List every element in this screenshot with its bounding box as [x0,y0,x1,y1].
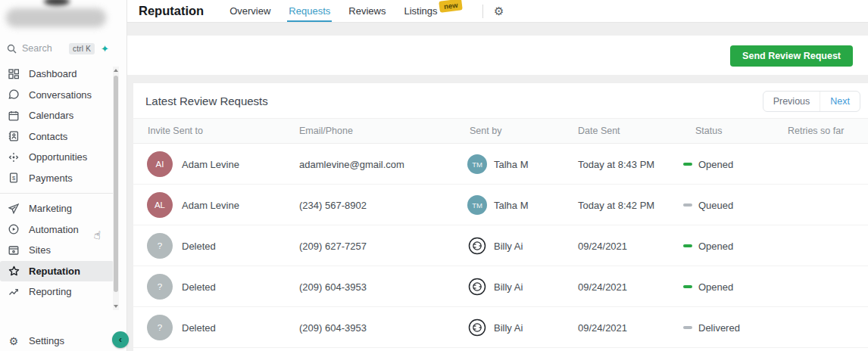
marketing-icon [8,203,20,215]
status-indicator [683,244,692,247]
invite-name: Deleted [182,321,216,333]
sidebar-item-label: Automation [29,224,79,235]
date-sent: Today at 8:42 PM [578,199,654,210]
sidebar-item-label: Conversations [29,89,92,101]
sidebar-item-sites[interactable]: Sites [0,240,114,261]
sidebar-item-label: Calendars [29,110,73,121]
date-sent: Today at 8:43 PM [578,158,654,169]
email-phone: (209) 604-3953 [299,321,367,333]
date-sent: 09/24/2021 [578,240,627,251]
status-indicator [683,326,692,329]
search-input[interactable]: Search ctrl K ✦ [0,39,114,57]
sidebar-divider [0,193,114,194]
scrollbar-thumb[interactable] [114,76,118,292]
table-row[interactable]: ? Deleted (209) 604-3953 Billy Ai 09/24/… [133,307,868,348]
table-row[interactable]: ? Deleted (209) 604-3953 Billy Ai 09/24/… [133,266,868,307]
agency-logo-blur-top [44,0,70,6]
invite-name: Deleted [182,281,216,292]
column-header-sent-by: Sent by [470,126,501,136]
panel-title: Latest Review Requests [145,95,268,107]
column-header-date-sent: Date Sent [578,126,620,136]
sidebar-item-label: Opportunities [29,151,87,163]
sidebar-collapse-button[interactable]: ‹ [112,331,129,348]
conversations-icon [8,89,20,101]
email-phone: (209) 627-7257 [299,240,367,251]
column-header-invite-sent-to: Invite Sent to [148,126,203,136]
sidebar-item-label: Payments [29,172,73,184]
sidebar-item-payments[interactable]: $ Payments [0,168,114,189]
sidebar-item-reporting[interactable]: Reporting [0,281,114,303]
table-header-row: Invite Sent to Email/Phone Sent by Date … [133,119,868,144]
sidebar-item-marketing[interactable]: Marketing [0,198,114,219]
column-header-email-phone: Email/Phone [299,126,353,136]
sidebar-item-conversations[interactable]: Conversations [0,85,114,106]
sender-avatar: TM [467,195,487,215]
actions-toolbar: Send Review Request [127,36,868,75]
sidebar-item-label: Dashboard [29,68,77,79]
sidebar-item-label: Reporting [29,286,71,297]
sidebar-item-label: Reputation [29,266,80,277]
sidebar-scrollbar[interactable] [113,67,119,310]
sidebar-item-opportunities[interactable]: Opportunities [0,147,114,168]
table-row[interactable]: AL Adam Levine (234) 567-8902 TM Talha M… [133,185,868,225]
table-row[interactable]: ? Deleted (209) 627-7257 Billy Ai 09/24/… [133,225,868,266]
settings-gear-icon: ⚙ [8,335,20,347]
payments-icon: $ [8,172,20,184]
sidebar-item-label: Sites [29,244,51,256]
scroll-down-arrow-icon[interactable] [114,305,118,308]
reputation-settings-gear-icon[interactable]: ⚙ [494,5,504,18]
sidebar: Search ctrl K ✦ Dashboard Conversations … [0,0,127,351]
sender-name: Billy Ai [494,321,523,333]
avatar: AL [147,192,173,218]
page-title: Reputation [139,4,204,18]
search-placeholder: Search [22,43,69,54]
invite-name: Deleted [182,240,216,251]
scroll-up-arrow-icon[interactable] [114,69,118,72]
sidebar-item-dashboard[interactable]: Dashboard [0,64,114,85]
tab-overview[interactable]: Overview [220,0,279,22]
dashboard-icon [8,68,20,80]
sidebar-item-label: Contacts [29,131,67,142]
tab-requests[interactable]: Requests [279,0,339,22]
status-indicator [683,203,692,207]
send-review-request-button[interactable]: Send Review Request [730,45,853,67]
agency-logo [6,8,106,27]
sender-avatar: TM [467,154,487,174]
ai-sparkle-icon[interactable]: ✦ [101,43,109,54]
sidebar-item-settings[interactable]: ⚙ Settings [0,331,114,351]
sender-name: Talha M [494,199,529,210]
header-divider [482,5,483,18]
search-icon [7,44,17,54]
next-button[interactable]: Next [820,92,860,111]
page-header: Reputation Overview Requests Reviews Lis… [127,0,868,23]
avatar: ? [147,315,173,340]
billy-ai-plug-icon [468,318,486,337]
sidebar-nav: Dashboard Conversations Calendars Contac… [0,64,114,303]
status-indicator [683,285,692,288]
avatar: AI [147,151,173,177]
sidebar-item-contacts[interactable]: Contacts [0,126,114,148]
status-label: Opened [698,240,733,251]
sidebar-item-calendars[interactable]: Calendars [0,105,114,126]
automation-icon [8,223,20,235]
svg-text:$: $ [12,175,16,182]
table-row[interactable]: AI Adam Levine adamlevine@gmail.com TM T… [133,144,868,185]
previous-button[interactable]: Previous [763,92,820,111]
date-sent: 09/24/2021 [578,321,627,333]
sender-name: Talha M [494,158,529,169]
status-label: Opened [698,281,733,292]
reporting-icon [8,286,20,298]
email-phone: (234) 567-8902 [299,199,367,210]
email-phone: adamlevine@gmail.com [299,158,404,169]
sidebar-item-reputation[interactable]: Reputation [0,261,114,282]
tab-reviews[interactable]: Reviews [339,0,395,22]
invite-name: Adam Levine [182,158,239,169]
email-phone: (209) 604-3953 [299,281,367,292]
tab-listings[interactable]: Listings new [395,0,472,22]
column-header-status: Status [695,126,722,136]
billy-ai-plug-icon [468,237,486,255]
panel-header: Latest Review Requests Previous Next [133,83,868,119]
sidebar-item-label: Settings [29,335,64,346]
column-header-retries: Retries so far [788,126,844,136]
sites-icon [8,244,20,256]
